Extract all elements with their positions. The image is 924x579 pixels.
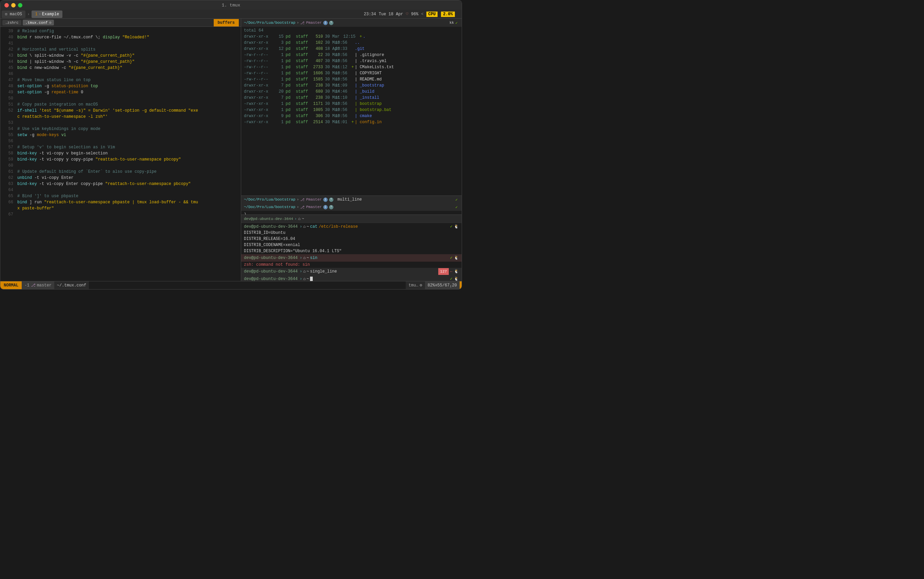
file-listing-header: ~/Doc/Pro/Lua/bootstrap › ⎇ Pmaster i ? … — [241, 19, 462, 27]
branch-name: master — [37, 283, 52, 288]
prompt-arrow-2: › — [300, 224, 302, 230]
file-line-copyright: -rw-r--r-- 1 pd staff 1606 30 Mar 10:56 … — [241, 70, 462, 76]
minimize-button[interactable] — [11, 3, 16, 7]
vim-status-bar: NORMAL -1 ⎇ master ~/.tmux.conf tmu… ⚙ 8… — [0, 281, 462, 289]
tilde1: ~ — [302, 217, 304, 221]
code-line-61: 61 # Update default binding of `Enter` t… — [0, 168, 241, 175]
file-line-cmake-dir: drwxr-xr-x 9 pd staff 306 30 Mar 10:56 |… — [241, 113, 462, 119]
prompt-user-sl: dev@pd-ubuntu-dev-3644 — [244, 268, 298, 275]
linux-icon-cursor: 🐧 — [454, 276, 459, 281]
tab-example[interactable]: 1 › Example — [31, 10, 62, 18]
code-line-41: 41 — [0, 40, 241, 46]
tab-macos-label: macOS — [10, 12, 22, 16]
file-line-dotdot: drwxr-xr-x 3 pd staff 102 30 Mar 10:56 .… — [241, 40, 462, 46]
code-line-66b: 66 x paste-buffer" — [0, 205, 241, 211]
right-sections: ~/Doc/Pro/Lua/bootstrap › ⎇ Pmaster i ? … — [241, 19, 462, 281]
plugin-name: tmu… ⚙ — [406, 281, 425, 290]
code-editor[interactable]: 39 # Reload config 40 bind r source-file… — [0, 27, 241, 281]
arrow-cursor: › — [300, 276, 302, 281]
code-line-46: 46 — [0, 71, 241, 77]
output-distrib-codename: DISTRIB_CODENAME=xenial — [241, 242, 462, 248]
tab-zshrc[interactable]: .zshrc — [2, 20, 21, 25]
code-line-60: 60 — [0, 163, 241, 168]
battery: 96% — [411, 12, 419, 16]
error-sin: zsh: command not found: sin — [241, 262, 462, 268]
code-line-55: 55 setw -g mode-keys vi — [0, 132, 241, 138]
terminal-sin-header: dev@pd-ubuntu-dev-3644 › ⌂ ~ sin ✓ 🐧 — [241, 254, 462, 262]
code-line-56: 56 — [0, 138, 241, 144]
tmux-top-bar: ⊟ macOS › 1 › Example 23:34 Tue 18 Apr ♡… — [0, 10, 462, 19]
sep-icon: ╷ — [450, 283, 452, 288]
code-line-44: 44 bind | split-window -h -c "#{pane_cur… — [0, 59, 241, 65]
tab-tmuxconf[interactable]: .tmux.conf ⚙ — [23, 20, 54, 25]
branch-icon: ⎇ — [300, 21, 305, 25]
branch-icon-status: ⎇ — [31, 283, 36, 288]
git-branch: -1 ⎇ master — [22, 281, 54, 290]
output-distrib-description: DISTRIB_DESCRIPTION="Ubuntu 16.04.1 LTS" — [241, 248, 462, 254]
arrow-sl: › — [300, 268, 302, 275]
terminal-cmd-line: dev@pd-ubuntu-dev-3644 › ⌂ ~ cat /etc/ls… — [241, 224, 462, 230]
file-line-readme: -rw-r--r-- 1 pd staff 1585 30 Mar 10:56 … — [241, 76, 462, 82]
cmd-sin: sin — [310, 255, 318, 261]
check-icon-m1: ✓ — [455, 198, 458, 202]
branch2-icon: ⎇ — [300, 205, 305, 209]
plugin-label: tmu… — [408, 283, 418, 288]
code-line-57: 57 # Setup 'v' to begin selection as in … — [0, 144, 241, 150]
code-line-58: 58 bind-key -t vi-copy v begin-selection — [0, 150, 241, 157]
file-line-build-dir: drwxr-xr-x 20 pd staff 680 30 Mar 14:46 … — [241, 88, 462, 95]
multi-content-text: ) — [244, 212, 246, 215]
code-line-62: 62 unbind -t vi-copy Enter — [0, 175, 241, 181]
multi-line-content: ) — [241, 211, 462, 215]
tilde-cursor: ~ — [306, 276, 309, 281]
home-sin: ⌂ — [303, 255, 306, 261]
tilde-sin: ~ — [306, 255, 309, 261]
code-line-65: 65 # Bind ']' to use pbpaste — [0, 193, 241, 199]
branch1-icon: ⎇ — [300, 198, 305, 202]
question-badge1: ? — [329, 198, 333, 202]
date: Tue 18 Apr — [379, 12, 403, 16]
gear-status: ⚙ — [420, 283, 422, 288]
status-right: tmu… ⚙ 82% ≡ 55/67 ╷ 20 — [406, 281, 462, 290]
window-title: 1. tmux — [222, 3, 241, 8]
home-cursor: ⌂ — [303, 276, 306, 281]
error-arrow: ← — [450, 268, 453, 275]
file-line-gitignore: -rw-r--r-- 1 pd staff 22 30 Mar 10:56 | … — [241, 52, 462, 58]
code-line-47: 47 # Move tmux status line on top — [0, 77, 241, 83]
code-line-63: 63 bind-key -t vi-copy Enter copy-pipe "… — [0, 181, 241, 187]
info-badge: i — [323, 21, 328, 25]
arrow-sin: › — [300, 255, 302, 261]
tilde-2: ~ — [306, 224, 309, 230]
file-listing-pane: ~/Doc/Pro/Lua/bootstrap › ⎇ Pmaster i ? … — [241, 19, 462, 196]
file-line-dot: drwxr-xr-x 15 pd staff 510 30 Mar 12:15 … — [241, 34, 462, 40]
user1: dev@pd-ubuntu-dev-3644 — [244, 217, 293, 221]
file-line-travis: -rw-r--r-- 1 pd staff 407 30 Mar 10:56 |… — [241, 58, 462, 64]
code-line-59: 59 bind-key -t vi-copy y copy-pipe "reat… — [0, 157, 241, 163]
titlebar: 1. tmux — [0, 0, 462, 10]
branch-label: Pmaster — [306, 21, 321, 25]
terminal-header-1: dev@pd-ubuntu-dev-3644 › ⌂ ~ — [241, 215, 462, 223]
check-icon: ✓ — [455, 21, 458, 25]
multi-line-name: multi_line — [337, 197, 362, 202]
tab-macos[interactable]: ⊟ macOS — [2, 10, 25, 18]
path1-label: ~/Doc/Pro/Lua/bootstrap — [244, 198, 295, 201]
code-line-64: 64 — [0, 187, 241, 193]
buffers-tab[interactable]: buffers — [214, 19, 239, 26]
cmd-cat: cat — [310, 224, 318, 230]
prompt-user-sin: dev@pd-ubuntu-dev-3644 — [244, 255, 298, 261]
check-icon-m2: ✓ — [455, 205, 458, 209]
code-line-43: 43 bind \ split-window -v -c "#{pane_cur… — [0, 52, 241, 59]
terminal-cursor-line[interactable]: dev@pd-ubuntu-dev-3644 › ⌂ ~ ✓ 🐧 — [241, 275, 462, 281]
maximize-button[interactable] — [18, 3, 23, 7]
terminal-output[interactable]: dev@pd-ubuntu-dev-3644 › ⌂ ~ cat /etc/ls… — [241, 223, 462, 281]
tab-arrow-icon: › — [39, 12, 41, 16]
check-cursor: ✓ — [450, 276, 453, 281]
info-badge2: i — [323, 205, 328, 209]
equals-icon: ≡ — [435, 283, 437, 288]
clock: 23:34 — [364, 12, 376, 16]
left-editor-pane: .zshrc .tmux.conf ⚙ buffers 39 # Reload … — [0, 19, 241, 281]
terminal-panes[interactable]: dev@pd-ubuntu-dev-3644 › ⌂ ~ dev@pd-ubun… — [241, 215, 462, 281]
tab-number: 1 — [35, 12, 37, 16]
close-button[interactable] — [5, 3, 9, 7]
scroll-percent: 82% — [428, 283, 435, 288]
check-icon-t1: ✓ — [450, 224, 453, 230]
